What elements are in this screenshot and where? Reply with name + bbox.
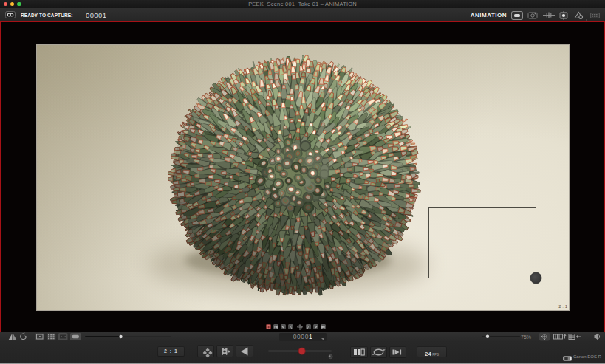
svg-text:75%: 75% — [521, 334, 531, 340]
svg-text:2 : 1: 2 : 1 — [558, 304, 567, 309]
